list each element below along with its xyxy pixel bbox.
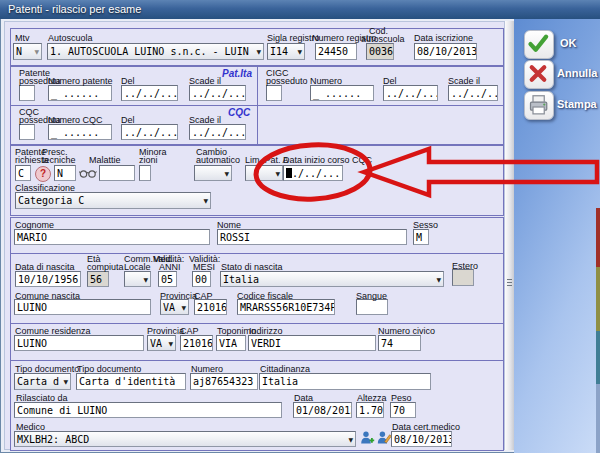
- medico-dropdown[interactable]: MXLBH2: ABCD▼: [14, 431, 356, 447]
- patente-del-field[interactable]: ../../....: [121, 85, 178, 101]
- mesi-label: MESI: [193, 262, 215, 272]
- anni-field[interactable]: 05: [158, 271, 177, 287]
- codice-fiscale-field[interactable]: MRARSS56R10E734P: [237, 299, 335, 315]
- classificazione-dropdown[interactable]: Categoria C▼: [15, 192, 211, 209]
- lim-pat-a-label: Lim. Pat. A: [245, 155, 289, 165]
- mtv-label: Mtv: [15, 33, 30, 43]
- malattie-label: Malattie: [89, 155, 121, 165]
- annulla-button[interactable]: [524, 60, 554, 89]
- data-di-nascita-label: Data di nascita: [15, 262, 75, 272]
- tipo-documento-field[interactable]: Carta d'identità: [76, 373, 186, 390]
- cigc-scade-label: Scade il: [448, 76, 480, 86]
- altezza-field[interactable]: 1.70: [356, 402, 384, 418]
- comm-med-locale-dropdown[interactable]: ▼: [124, 271, 151, 287]
- splitter[interactable]: [505, 21, 514, 450]
- malattie-field[interactable]: [99, 165, 135, 181]
- peso-field[interactable]: 70: [390, 402, 416, 418]
- data-cert-medico-field[interactable]: 08/10/2013: [391, 431, 452, 447]
- sesso-field[interactable]: M: [413, 229, 429, 245]
- numero-patente-field[interactable]: _ ......: [48, 85, 112, 101]
- anni-label: ANNI: [159, 262, 181, 272]
- close-x-icon: [525, 61, 551, 86]
- sesso-label: Sesso: [413, 220, 438, 230]
- rilasciato-da-field[interactable]: Comune di LUINO: [14, 402, 282, 418]
- patente-richiesta-field[interactable]: C: [15, 165, 31, 181]
- data-iscrizione-label: Data iscrizione: [414, 33, 473, 43]
- indirizzo-field[interactable]: VERDI: [248, 335, 376, 351]
- cigc-del-field[interactable]: ../../....: [383, 85, 438, 101]
- numero-registro-field[interactable]: 24450: [315, 43, 357, 60]
- sigla-registro-dropdown[interactable]: I14▼: [267, 43, 305, 60]
- toponimo-field[interactable]: VIA: [216, 335, 246, 351]
- cambio-automatico-dropdown[interactable]: ▼: [194, 165, 232, 181]
- data-documento-label: Data: [294, 393, 313, 403]
- eta-label-2: compiuta: [87, 262, 124, 272]
- sangue-field[interactable]: [356, 299, 388, 315]
- add-person-icon[interactable]: [360, 430, 375, 445]
- tipo-documento-dropdown[interactable]: Carta d▼: [14, 373, 71, 390]
- data-di-nascita-field[interactable]: 10/10/1956: [15, 271, 81, 287]
- edit-person-icon[interactable]: [377, 430, 392, 445]
- cigc-scade-field[interactable]: ../../..: [448, 85, 498, 101]
- minorazioni-field[interactable]: [139, 165, 151, 181]
- numero-civico-field[interactable]: 74: [378, 335, 421, 351]
- stampa-button[interactable]: [524, 91, 554, 120]
- presc-tecniche-field[interactable]: N: [54, 165, 76, 181]
- cqc-posseduta-box[interactable]: [19, 124, 35, 140]
- cigc-del-label: Del: [383, 76, 397, 86]
- comune-nascita-field[interactable]: LUINO: [14, 299, 151, 315]
- numero-documento-field[interactable]: aj87654323: [190, 373, 258, 390]
- cod-autoscuola-label-2: autoscuola: [361, 34, 405, 44]
- patente-scade-field[interactable]: ../../....: [189, 85, 246, 101]
- cittadinanza-field[interactable]: Italia: [259, 373, 431, 390]
- mesi-field[interactable]: 00: [192, 271, 211, 287]
- lim-pat-a-dropdown[interactable]: ▼: [245, 165, 283, 181]
- cqc-del-field[interactable]: ../../....: [121, 124, 178, 140]
- data-inizio-corso-cqc-field[interactable]: ./../....: [283, 165, 343, 181]
- cqc-tag: CQC: [228, 107, 250, 118]
- stato-di-nascita-label: Stato di nascita: [221, 262, 283, 272]
- stampa-button-label[interactable]: Stampa: [557, 98, 597, 110]
- cognome-field[interactable]: MARIO: [14, 229, 210, 245]
- medico-label: Medico: [16, 422, 45, 432]
- stato-di-nascita-dropdown[interactable]: Italia▼: [220, 271, 444, 287]
- data-documento-field[interactable]: 01/08/2013: [293, 402, 352, 418]
- annulla-button-label[interactable]: Annulla: [557, 67, 597, 79]
- autoscuola-dropdown[interactable]: 1. AUTOSCUOLA LUINO s.n.c. - LUIN▼: [47, 43, 264, 60]
- glasses-icon[interactable]: [79, 168, 97, 179]
- autoscuola-label: Autoscuola: [48, 33, 93, 43]
- title-bar[interactable]: Patenti - rilascio per esame: [0, 0, 600, 19]
- eta-compiuta-field: 56: [87, 271, 109, 287]
- comm-med-locale-label-2: Locale: [124, 262, 151, 272]
- nome-field[interactable]: ROSSI: [217, 229, 407, 245]
- ok-button[interactable]: [524, 30, 554, 59]
- mtv-dropdown[interactable]: N▼: [13, 43, 42, 60]
- provincia-residenza-dropdown[interactable]: VA▼: [147, 335, 176, 351]
- data-iscrizione-field[interactable]: 08/10/2013: [414, 43, 477, 60]
- classificazione-label: Classificazione: [15, 183, 75, 193]
- cqc-scade-field[interactable]: ../../....: [189, 124, 246, 140]
- indirizzo-label: Indirizzo: [249, 326, 283, 336]
- cigc-posseduto-box[interactable]: [266, 85, 282, 101]
- patente-scade-label: Scade il: [189, 76, 221, 86]
- tipo-documento-dd-label: Tipo documento: [15, 364, 79, 374]
- cap-nascita-field[interactable]: 21016: [194, 299, 227, 315]
- nome-label: Nome: [217, 220, 241, 230]
- cigc-numero-field[interactable]: _ ......: [310, 85, 374, 101]
- section-cqc-right-empty: [257, 105, 504, 145]
- cap-residenza-field[interactable]: 21016: [180, 335, 213, 351]
- presc-tecniche-label-2: tecniche: [42, 155, 76, 165]
- sangue-label: Sangue: [356, 291, 387, 301]
- comune-nascita-label: Comune nascita: [15, 291, 80, 301]
- chevron-down-icon: ▼: [297, 48, 302, 56]
- cqc-numero-field[interactable]: _ ......: [48, 124, 112, 140]
- comune-residenza-field[interactable]: LUINO: [14, 335, 144, 351]
- patente-posseduta-box[interactable]: [19, 85, 35, 101]
- help-icon[interactable]: ?: [35, 166, 51, 182]
- provincia-nascita-dropdown[interactable]: VA▼: [160, 299, 189, 315]
- cigc-numero-label: Numero: [310, 76, 342, 86]
- chevron-down-icon: ▼: [256, 48, 261, 56]
- chevron-down-icon: ▼: [143, 276, 148, 284]
- ok-button-label[interactable]: OK: [560, 37, 577, 49]
- numero-patente-label: Numero patente: [48, 76, 113, 86]
